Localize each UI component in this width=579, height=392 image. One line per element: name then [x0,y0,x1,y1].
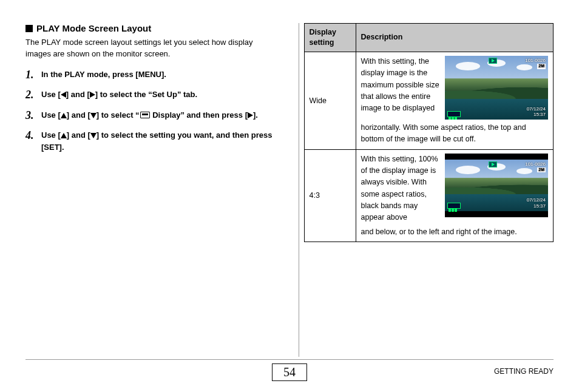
osd-size-badge: 2M [537,64,546,69]
section-heading: PLAY Mode Screen Layout [25,23,276,33]
step-2-text-a: Use [ [41,90,61,99]
page-number: 54 [272,363,307,381]
right-arrow-icon [90,92,95,98]
osd-top-right: 101-0026 2M [525,58,546,69]
osd-folder-file: 101-0026 [525,161,546,167]
table-row: Wide With this setting, the display imag… [304,52,554,149]
step-3-text-a: Use [ [41,110,61,120]
fourthree-desc-after: and below, or to the left and right of t… [361,226,549,238]
step-3-text-e: ]. [253,110,258,120]
osd-date: 07/12/24 [527,106,546,112]
osd-size-badge: 2M [537,167,546,172]
battery-icon [447,111,461,117]
step-3-text-d: Display” and then press [ [151,110,248,120]
wide-desc-beside: With this setting, the display image is … [361,56,441,120]
step-3-text-b: ] and [ [67,110,90,120]
display-icon [140,112,150,118]
header-display-setting: Display setting [304,24,356,52]
step-2-text-c: ] to select the “Set Up” tab. [95,90,197,99]
osd-time: 15:37 [533,203,546,209]
right-arrow-icon [248,112,253,118]
page-footer: 54 GETTING READY [25,359,554,381]
osd-date: 07/12/24 [527,197,546,203]
step-4-text-a: Use [ [41,130,61,140]
osd-folder-file: 101-0026 [525,58,546,63]
osd-time: 15:37 [533,112,546,117]
table-header-row: Display setting Description [304,24,554,52]
intro-paragraph: The PLAY mode screen layout settings let… [25,37,276,60]
up-arrow-icon [61,113,67,118]
wide-preview-image: 101-0026 2M 07/12/24 15:37 [445,56,548,120]
step-3-text-c: ] to select “ [96,110,140,120]
square-bullet-icon [25,25,33,32]
step-4-text-b: ] and [ [67,130,90,140]
down-arrow-icon [90,113,96,118]
osd-bottom-right: 07/12/24 15:37 [527,106,546,118]
osd-bottom-right: 07/12/24 15:37 [527,197,546,209]
steps-list: In the PLAY mode, press [MENU]. Use [] a… [25,69,276,154]
wide-desc-after: horizontally. With some aspect ratios, t… [361,122,549,146]
down-arrow-icon [90,133,96,138]
setting-desc-wide: With this setting, the display image is … [356,52,554,149]
display-settings-table: Display setting Description Wide With th… [304,23,554,242]
left-arrow-icon [61,92,66,98]
play-icon [489,161,497,167]
battery-icon [447,203,461,209]
fourthree-desc-beside: With this setting, 100% of the display i… [361,154,441,224]
section-title-text: PLAY Mode Screen Layout [36,23,151,33]
setting-name-43: 4:3 [304,149,356,242]
osd-top-right: 101-0026 2M [525,161,546,173]
step-4: Use [] and [] to select the setting you … [25,129,276,153]
step-3: Use [] and [] to select “ Display” and t… [25,109,276,121]
table-row: 4:3 With this setting, 100% of the displ… [304,149,554,242]
fourthree-preview-image: 101-0026 2M 07/12/24 15:37 [445,154,548,217]
setting-name-wide: Wide [304,52,356,149]
header-description: Description [356,24,554,52]
up-arrow-icon [61,133,67,138]
footer-section-label: GETTING READY [494,367,554,376]
step-1-text: In the PLAY mode, press [MENU]. [41,70,166,79]
setting-desc-43: With this setting, 100% of the display i… [356,149,554,242]
step-2: Use [] and [] to select the “Set Up” tab… [25,89,276,101]
step-2-text-b: ] and [ [66,90,90,99]
step-1: In the PLAY mode, press [MENU]. [25,69,276,81]
play-icon [489,58,497,64]
